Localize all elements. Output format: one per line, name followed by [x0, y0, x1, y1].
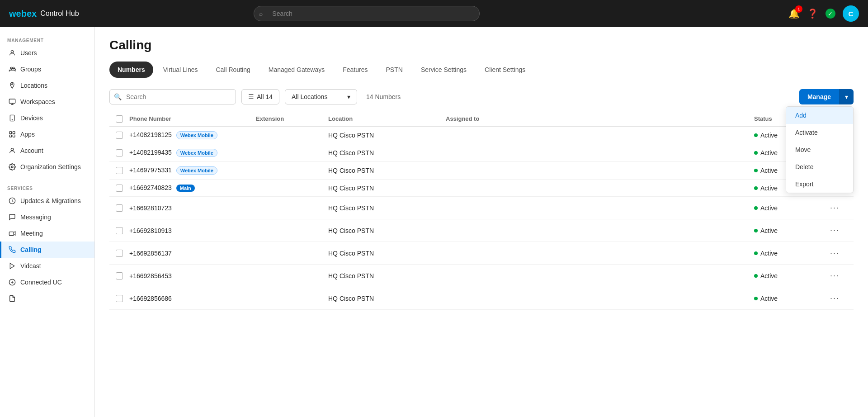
row-more-button[interactable]: ··· — [826, 269, 843, 282]
row-checkbox[interactable] — [116, 272, 123, 280]
number-search-input[interactable] — [109, 89, 236, 104]
header-checkbox-cell — [109, 115, 129, 123]
sidebar-item-devices[interactable]: Devices — [0, 110, 94, 126]
sidebar-label-locations: Locations — [20, 82, 47, 89]
row-location: HQ Cisco PSTN — [328, 167, 446, 174]
tab-pstn[interactable]: PSTN — [378, 62, 411, 78]
location-selector[interactable]: All Locations ▾ — [285, 89, 357, 104]
sidebar-item-org-settings[interactable]: Organization Settings — [0, 159, 94, 175]
sidebar-item-reports[interactable] — [0, 290, 94, 307]
number-search: 🔍 — [109, 89, 236, 104]
manage-dropdown-toggle[interactable]: ▾ — [839, 89, 854, 104]
tab-features[interactable]: Features — [335, 62, 376, 78]
row-actions: ··· — [826, 201, 854, 214]
row-phone: +16692810913 — [129, 227, 256, 234]
tabs-bar: Numbers Virtual Lines Call Routing Manag… — [109, 62, 854, 78]
row-phone-number: +16692810913 — [129, 227, 172, 234]
svg-point-6 — [12, 119, 12, 120]
svg-rect-8 — [13, 132, 15, 134]
row-more-button[interactable]: ··· — [826, 292, 843, 305]
sidebar-item-apps[interactable]: Apps — [0, 126, 94, 142]
connected-uc-icon — [9, 279, 16, 286]
filter-icon: ☰ — [248, 93, 254, 100]
table-header: Phone Number Extension Location Assigned… — [109, 112, 854, 127]
filter-button[interactable]: ☰ All 14 — [241, 89, 279, 104]
search-input[interactable] — [254, 6, 480, 21]
notifications-icon[interactable]: 🔔 1 — [788, 8, 800, 19]
row-more-button[interactable]: ··· — [826, 201, 843, 214]
row-checkbox-cell — [109, 204, 129, 212]
svg-rect-7 — [9, 132, 12, 134]
toolbar: 🔍 ☰ All 14 All Locations ▾ 14 Numbers Ma… — [109, 89, 854, 104]
sidebar-item-messaging[interactable]: Messaging — [0, 209, 94, 225]
sidebar-item-groups[interactable]: Groups — [0, 61, 94, 77]
locations-icon — [9, 82, 16, 89]
table-row: +14697975331 Webex Mobile HQ Cisco PSTN … — [109, 162, 854, 180]
svg-rect-9 — [9, 135, 12, 137]
status-dot-icon — [754, 274, 758, 278]
sidebar-item-account[interactable]: Account — [0, 142, 94, 159]
sidebar-item-vidcast[interactable]: Vidcast — [0, 258, 94, 274]
filter-label: All 14 — [257, 93, 273, 100]
sidebar-item-workspaces[interactable]: Workspaces — [0, 94, 94, 110]
avatar[interactable]: C — [843, 5, 859, 22]
vidcast-icon — [9, 262, 16, 270]
row-checkbox[interactable] — [116, 132, 123, 139]
number-count: 14 Numbers — [366, 93, 401, 100]
row-phone: +14082198125 Webex Mobile — [129, 131, 256, 139]
tab-managed-gateways[interactable]: Managed Gateways — [260, 62, 333, 78]
table-row: +16692740823 Main HQ Cisco PSTN Active — [109, 180, 854, 197]
svg-point-11 — [11, 148, 13, 151]
sidebar-item-users[interactable]: Users — [0, 45, 94, 61]
row-phone-number: +14697975331 — [129, 166, 172, 174]
dropdown-item-export[interactable]: Export — [786, 175, 853, 193]
help-icon[interactable]: ❓ — [807, 8, 818, 19]
header-checkbox[interactable] — [116, 115, 123, 123]
row-phone: +16692740823 Main — [129, 184, 256, 192]
reports-icon — [9, 295, 16, 302]
dropdown-item-add[interactable]: Add — [786, 107, 853, 124]
svg-rect-10 — [13, 135, 15, 137]
col-extension: Extension — [256, 115, 328, 123]
dropdown-item-delete[interactable]: Delete — [786, 158, 853, 175]
row-checkbox[interactable] — [116, 185, 123, 192]
manage-main-button[interactable]: Manage — [799, 89, 839, 104]
logo-webex[interactable]: webex — [9, 9, 37, 19]
row-phone: +14697975331 Webex Mobile — [129, 166, 256, 175]
row-checkbox[interactable] — [116, 227, 123, 234]
row-status-text: Active — [760, 167, 778, 174]
row-more-button[interactable]: ··· — [826, 224, 843, 237]
row-actions: ··· — [826, 292, 854, 305]
row-checkbox[interactable] — [116, 149, 123, 156]
dropdown-item-activate[interactable]: Activate — [786, 124, 853, 141]
row-checkbox[interactable] — [116, 167, 123, 174]
table-row: +16692856137 HQ Cisco PSTN Active ··· — [109, 242, 854, 265]
row-checkbox[interactable] — [116, 250, 123, 257]
status-dot-icon — [754, 133, 758, 137]
tab-call-routing[interactable]: Call Routing — [208, 62, 258, 78]
tab-numbers[interactable]: Numbers — [109, 62, 153, 78]
tab-client-settings[interactable]: Client Settings — [476, 62, 533, 78]
sidebar-item-updates[interactable]: Updates & Migrations — [0, 193, 94, 209]
tab-service-settings[interactable]: Service Settings — [413, 62, 475, 78]
sidebar-label-meeting: Meeting — [20, 230, 43, 237]
row-more-button[interactable]: ··· — [826, 246, 843, 260]
manage-dropdown-menu: Add Activate Move Delete Export — [786, 106, 854, 193]
row-phone: +14082199435 Webex Mobile — [129, 149, 256, 157]
dropdown-item-move[interactable]: Move — [786, 141, 853, 158]
sidebar-item-locations[interactable]: Locations — [0, 77, 94, 94]
sidebar-item-calling[interactable]: Calling — [0, 242, 94, 258]
row-checkbox[interactable] — [116, 295, 123, 302]
row-tag: Webex Mobile — [176, 149, 217, 157]
logo-control-hub: Control Hub — [40, 9, 79, 18]
table-row: +14082199435 Webex Mobile HQ Cisco PSTN … — [109, 144, 854, 162]
row-checkbox-cell — [109, 272, 129, 280]
tab-virtual-lines[interactable]: Virtual Lines — [155, 62, 206, 78]
row-checkbox[interactable] — [116, 204, 123, 212]
notification-badge: 1 — [795, 5, 802, 13]
location-label: All Locations — [292, 93, 327, 100]
sidebar-item-connected-uc[interactable]: Connected UC — [0, 274, 94, 290]
table-row: +16692810723 HQ Cisco PSTN Active ··· — [109, 197, 854, 219]
sidebar-item-meeting[interactable]: Meeting — [0, 225, 94, 242]
account-icon — [9, 147, 16, 154]
